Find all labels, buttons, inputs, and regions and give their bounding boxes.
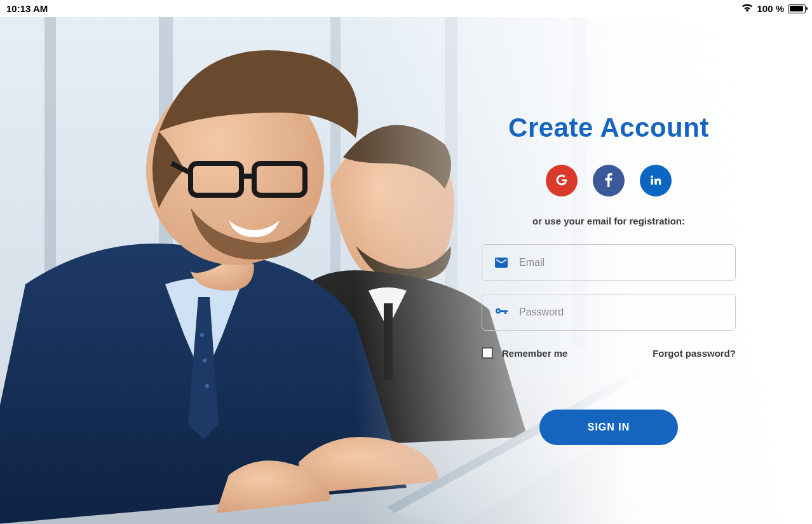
google-signin-button[interactable] bbox=[546, 165, 578, 197]
signup-panel: Create Account or use your email for reg… bbox=[405, 17, 812, 524]
status-right: 100 % bbox=[741, 3, 806, 14]
wifi-icon bbox=[741, 3, 753, 14]
battery-icon bbox=[788, 4, 806, 13]
linkedin-signin-button[interactable] bbox=[640, 165, 672, 197]
subtext: or use your email for registration: bbox=[532, 216, 685, 226]
password-field-wrapper[interactable] bbox=[482, 294, 736, 331]
form-options-row: Remember me Forgot password? bbox=[482, 347, 736, 359]
key-icon bbox=[494, 305, 509, 320]
linkedin-icon bbox=[649, 174, 662, 188]
svg-point-9 bbox=[203, 359, 206, 362]
email-field-wrapper[interactable] bbox=[482, 244, 736, 281]
google-icon bbox=[555, 173, 569, 189]
sign-in-button[interactable]: SIGN IN bbox=[539, 410, 678, 445]
remember-me-label: Remember me bbox=[502, 348, 567, 359]
facebook-icon bbox=[605, 173, 612, 189]
password-field[interactable] bbox=[519, 307, 724, 318]
page-title: Create Account bbox=[508, 113, 709, 143]
svg-point-8 bbox=[200, 333, 204, 337]
social-row bbox=[546, 165, 672, 197]
facebook-signin-button[interactable] bbox=[593, 165, 625, 197]
hero: Create Account or use your email for reg… bbox=[0, 17, 812, 524]
remember-me[interactable]: Remember me bbox=[482, 347, 567, 359]
remember-me-checkbox[interactable] bbox=[482, 347, 493, 359]
status-bar: 10:13 AM 100 % bbox=[0, 0, 812, 17]
svg-point-10 bbox=[205, 384, 209, 388]
forgot-password-link[interactable]: Forgot password? bbox=[653, 348, 736, 359]
battery-text: 100 % bbox=[757, 3, 784, 14]
status-time: 10:13 AM bbox=[6, 3, 48, 14]
signup-form: Remember me Forgot password? SIGN IN bbox=[482, 244, 736, 445]
mail-icon bbox=[494, 255, 509, 270]
email-field[interactable] bbox=[519, 257, 724, 268]
